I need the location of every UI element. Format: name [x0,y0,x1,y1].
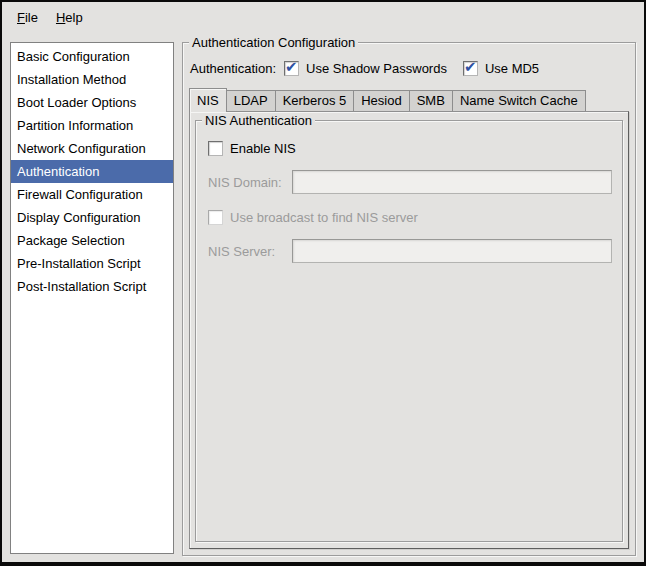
sidebar-item-partition-information[interactable]: Partition Information [11,114,173,137]
use-broadcast-checkbox: ✔ [208,210,223,225]
auth-notebook: NIS LDAP Kerberos 5 Hesiod SMB Name Swit… [189,88,629,549]
sidebar-item-display-configuration[interactable]: Display Configuration [11,206,173,229]
sidebar-item-authentication[interactable]: Authentication [11,160,173,183]
nis-authentication-frame-label: NIS Authentication [202,113,315,128]
nis-server-label: NIS Server: [208,244,292,259]
auth-tab-bar: NIS LDAP Kerberos 5 Hesiod SMB Name Swit… [189,88,629,111]
menu-file[interactable]: File [8,6,47,29]
authentication-configuration-frame: Authentication Configuration Authenticat… [182,42,636,556]
authentication-configuration-frame-label: Authentication Configuration [189,35,358,50]
enable-nis-row: ✔ Enable NIS [208,141,614,156]
enable-nis-checkbox[interactable]: ✔ [208,141,223,156]
use-md5-label: Use MD5 [485,61,539,76]
menu-help-mnemonic: H [56,10,65,25]
sidebar-item-package-selection[interactable]: Package Selection [11,229,173,252]
sidebar-item-post-installation-script[interactable]: Post-Installation Script [11,275,173,298]
use-broadcast-row: ✔ Use broadcast to find NIS server [208,210,614,225]
nis-authentication-frame: NIS Authentication ✔ Enable NIS NIS Doma… [195,120,623,542]
sidebar-item-firewall-configuration[interactable]: Firewall Configuration [11,183,173,206]
nis-domain-input [292,170,612,194]
tab-kerberos-5[interactable]: Kerberos 5 [275,90,355,111]
tab-nis[interactable]: NIS [189,88,227,112]
sidebar-item-pre-installation-script[interactable]: Pre-Installation Script [11,252,173,275]
sidebar-item-installation-method[interactable]: Installation Method [11,68,173,91]
sidebar-item-network-configuration[interactable]: Network Configuration [11,137,173,160]
use-shadow-passwords-checkbox[interactable]: ✔ [284,61,299,76]
nis-server-row: NIS Server: [208,239,612,263]
authentication-options-row: Authentication: ✔ Use Shadow Passwords ✔… [190,61,629,76]
tab-name-switch-cache[interactable]: Name Switch Cache [452,90,586,111]
nis-tab-page: NIS Authentication ✔ Enable NIS NIS Doma… [189,111,629,549]
use-md5-option: ✔ Use MD5 [463,61,539,76]
menu-file-mnemonic: F [17,10,25,25]
menu-help-rest: elp [65,10,82,25]
sidebar-item-basic-configuration[interactable]: Basic Configuration [11,45,173,68]
sidebar-list: Basic Configuration Installation Method … [10,42,174,554]
nis-domain-label: NIS Domain: [208,175,292,190]
sidebar-item-boot-loader-options[interactable]: Boot Loader Options [11,91,173,114]
tab-smb[interactable]: SMB [409,90,453,111]
use-shadow-passwords-option: ✔ Use Shadow Passwords [284,61,447,76]
main-panel: Authentication Configuration Authenticat… [182,34,636,556]
nis-server-input [292,239,612,263]
nis-domain-row: NIS Domain: [208,170,612,194]
authentication-label: Authentication: [190,61,276,76]
checkmark-icon: ✔ [285,58,298,75]
tab-hesiod[interactable]: Hesiod [353,90,409,111]
menu-bar: File Help [2,2,644,32]
enable-nis-label: Enable NIS [230,141,296,156]
menu-file-rest: ile [25,10,38,25]
checkmark-icon: ✔ [464,58,477,75]
use-broadcast-label: Use broadcast to find NIS server [230,210,418,225]
tab-ldap[interactable]: LDAP [226,90,276,111]
menu-help[interactable]: Help [47,6,92,29]
content-area: Basic Configuration Installation Method … [2,32,644,562]
use-shadow-passwords-label: Use Shadow Passwords [306,61,447,76]
use-md5-checkbox[interactable]: ✔ [463,61,478,76]
kickstart-configurator-window: File Help Basic Configuration Installati… [0,0,646,566]
